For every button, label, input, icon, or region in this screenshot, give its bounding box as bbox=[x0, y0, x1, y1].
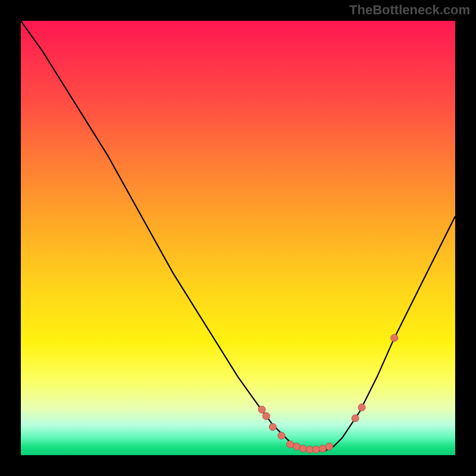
data-dot bbox=[358, 404, 365, 411]
bottleneck-curve bbox=[21, 21, 455, 451]
data-dot bbox=[391, 334, 398, 342]
chart-svg bbox=[21, 21, 455, 455]
data-dot bbox=[293, 443, 300, 450]
data-dots bbox=[258, 334, 398, 453]
data-dot bbox=[319, 445, 326, 452]
data-dot bbox=[306, 446, 313, 453]
data-dot bbox=[287, 441, 294, 448]
data-dot bbox=[262, 412, 270, 419]
plot-area bbox=[21, 21, 455, 455]
data-dot bbox=[325, 443, 333, 450]
data-dot bbox=[258, 406, 265, 413]
data-dot bbox=[312, 446, 320, 453]
watermark: TheBottleneck.com bbox=[349, 2, 470, 18]
data-dot bbox=[300, 445, 307, 452]
data-dot bbox=[269, 424, 276, 431]
chart-container: TheBottleneck.com bbox=[0, 0, 476, 476]
data-dot bbox=[278, 432, 285, 439]
data-dot bbox=[352, 415, 359, 422]
